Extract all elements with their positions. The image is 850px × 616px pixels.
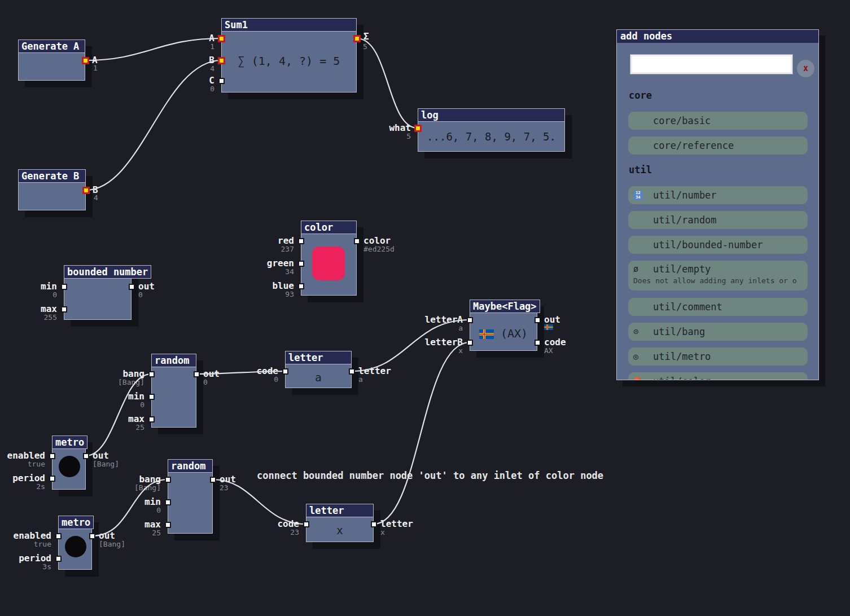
inlet-label: bang bbox=[139, 475, 161, 484]
port-random1-in-min[interactable] bbox=[148, 394, 155, 400]
palette-item-util-number[interactable]: util/number bbox=[628, 186, 808, 204]
port-color-out[interactable] bbox=[354, 238, 360, 244]
inlet-value: 25 bbox=[135, 424, 144, 431]
clear-search-button[interactable]: x bbox=[797, 60, 814, 77]
node-title: Maybe<Flag> bbox=[470, 300, 540, 313]
node-title: metro bbox=[58, 516, 94, 529]
port-metro2-in-period[interactable] bbox=[55, 556, 62, 562]
port-bounded-in-min[interactable] bbox=[61, 284, 67, 290]
node-generate-b[interactable]: Generate B bbox=[18, 169, 86, 210]
port-bounded-in-max[interactable] bbox=[61, 306, 67, 313]
wire-generate-b-to-sum1[interactable] bbox=[86, 60, 221, 190]
palette-item-label: util/bang bbox=[653, 323, 705, 341]
outlet-label: letter bbox=[380, 520, 413, 529]
outlet-label: out bbox=[138, 282, 155, 291]
palette-item-core-reference[interactable]: core/reference bbox=[628, 137, 808, 155]
inlet-value: 1 bbox=[210, 43, 214, 50]
inlet-label: max bbox=[144, 520, 161, 529]
log-output: ...6, 7, 8, 9, 7, 5. bbox=[418, 130, 565, 143]
inlet-label: red bbox=[278, 236, 294, 245]
aland-flag-icon bbox=[544, 324, 553, 330]
port-log-in-what[interactable] bbox=[414, 125, 422, 132]
instruction-text: connect bounded number node 'out' to any… bbox=[257, 470, 603, 481]
inlet-label: period bbox=[19, 554, 51, 563]
port-metro1-in-enabled[interactable] bbox=[49, 453, 55, 459]
section-heading-util: util bbox=[629, 164, 652, 175]
node-title: log bbox=[418, 108, 565, 122]
inlet-value: 23 bbox=[290, 529, 299, 536]
wire-sum1-to-log[interactable] bbox=[357, 38, 418, 128]
palette-item-util-bang[interactable]: ⊙ util/bang bbox=[628, 323, 808, 341]
inlet-value: 34 bbox=[285, 268, 294, 275]
palette-item-core-basic[interactable]: core/basic bbox=[628, 112, 808, 130]
outlet-value: [Bang] bbox=[99, 540, 125, 548]
port-random1-out[interactable] bbox=[194, 371, 200, 377]
port-color-in-green[interactable] bbox=[298, 261, 304, 267]
palette-item-util-bounded-number[interactable]: util/bounded-number bbox=[628, 236, 808, 254]
letter-display: x bbox=[306, 524, 374, 536]
port-maybe-in-letterb[interactable] bbox=[467, 340, 473, 346]
inlet-value: a bbox=[458, 324, 463, 332]
port-random1-in-max[interactable] bbox=[148, 416, 155, 423]
port-metro1-out[interactable] bbox=[83, 453, 89, 459]
inlet-value: 5 bbox=[406, 133, 411, 140]
node-search-input[interactable] bbox=[630, 55, 792, 74]
port-color-in-blue[interactable] bbox=[298, 283, 304, 289]
metro-beat-indicator bbox=[59, 456, 80, 477]
port-letter2-out[interactable] bbox=[371, 521, 377, 527]
port-letter1-in-code[interactable] bbox=[282, 368, 288, 375]
aland-flag-icon bbox=[479, 329, 494, 339]
port-sum1-out[interactable] bbox=[353, 35, 361, 42]
inlet-label: C bbox=[209, 76, 214, 85]
port-generate-b-out[interactable] bbox=[82, 187, 90, 194]
inlet-value: true bbox=[34, 540, 51, 548]
node-editor-canvas[interactable]: Generate A A 1 Sum1 ∑ (1, 4, ?) = 5 A 1 … bbox=[0, 0, 850, 616]
outlet-value: [Bang] bbox=[93, 460, 119, 468]
inlet-value: 25 bbox=[152, 529, 161, 536]
node-maybe-flag[interactable]: Maybe<Flag> bbox=[470, 300, 537, 351]
port-sum1-in-a[interactable] bbox=[218, 35, 225, 42]
port-maybe-in-lettera[interactable] bbox=[467, 317, 473, 323]
node-random-1[interactable]: random bbox=[151, 354, 196, 428]
port-letter1-out[interactable] bbox=[349, 368, 355, 375]
port-metro2-out[interactable] bbox=[89, 533, 95, 539]
port-letter2-in-code[interactable] bbox=[303, 521, 309, 527]
inlet-label: blue bbox=[272, 281, 294, 291]
color-swatch bbox=[312, 247, 345, 280]
palette-item-util-color[interactable]: util/color bbox=[628, 372, 808, 380]
port-sum1-in-c[interactable] bbox=[218, 78, 225, 84]
outlet-value: AX bbox=[544, 347, 553, 354]
palette-item-label: util/color bbox=[653, 372, 711, 380]
port-random2-out[interactable] bbox=[210, 477, 216, 483]
inlet-label: min bbox=[41, 282, 57, 291]
outlet-value: 4 bbox=[94, 194, 98, 201]
port-bounded-out[interactable] bbox=[129, 284, 135, 290]
port-maybe-out[interactable] bbox=[534, 317, 541, 323]
node-bounded-number[interactable]: bounded number bbox=[64, 265, 132, 320]
empty-set-icon: ø bbox=[633, 265, 638, 274]
node-random-2[interactable]: random bbox=[168, 459, 213, 534]
port-random2-in-min[interactable] bbox=[165, 499, 171, 505]
port-color-in-red[interactable] bbox=[298, 238, 304, 244]
palette-item-util-metro[interactable]: ◎ util/metro bbox=[628, 347, 808, 366]
port-random2-in-max[interactable] bbox=[165, 522, 171, 528]
node-title: random bbox=[151, 354, 196, 367]
palette-item-util-comment[interactable]: util/comment bbox=[628, 298, 808, 316]
port-random1-in-bang[interactable] bbox=[148, 371, 155, 377]
palette-item-util-random[interactable]: util/random bbox=[628, 211, 808, 229]
port-random2-in-bang[interactable] bbox=[165, 477, 171, 483]
sum-expression: ∑ (1, 4, ?) = 5 bbox=[221, 54, 357, 68]
port-metro2-in-enabled[interactable] bbox=[55, 533, 62, 539]
wire-generate-a-to-sum1[interactable] bbox=[85, 38, 221, 60]
port-generate-a-out[interactable] bbox=[82, 57, 89, 64]
node-title: metro bbox=[52, 435, 87, 449]
palette-item-label: util/bounded-number bbox=[653, 236, 763, 254]
inlet-label: period bbox=[12, 474, 45, 483]
inlet-value: [Bang] bbox=[118, 379, 144, 386]
palette-item-util-empty[interactable]: ø util/empty Does not allow adding any i… bbox=[628, 261, 808, 291]
node-generate-a[interactable]: Generate A bbox=[18, 39, 85, 81]
port-metro1-in-period[interactable] bbox=[49, 476, 55, 482]
port-sum1-in-b[interactable] bbox=[218, 57, 225, 64]
palette-item-label: util/metro bbox=[653, 347, 711, 366]
port-maybe-out-code[interactable] bbox=[534, 340, 541, 346]
